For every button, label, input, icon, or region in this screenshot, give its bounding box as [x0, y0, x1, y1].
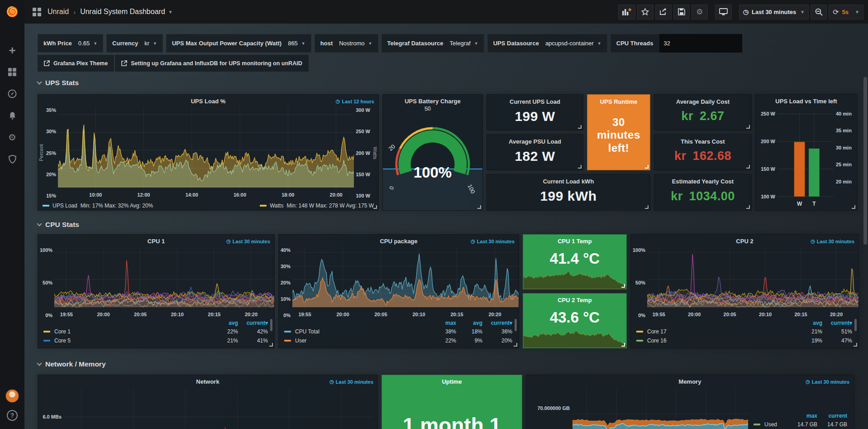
legend-scrollbar[interactable]: [515, 319, 517, 331]
star-button[interactable]: [637, 5, 653, 19]
legend-watts[interactable]: Watts Min: 148 W Max: 278 W Avg: 175 W: [260, 202, 374, 209]
legend-row[interactable]: Core 17 21% 51%: [636, 327, 852, 336]
legend-col-header[interactable]: current▾: [482, 320, 512, 326]
legend-row[interactable]: Used 14.7 GB 14.7 GB: [754, 420, 847, 429]
ups-row: UPS Load % ◷ Last 12 hours Percent 35%30…: [38, 94, 859, 211]
panel-title[interactable]: Estimated Yearly Cost: [672, 174, 734, 185]
cpu-row: CPU 1 ◷Last 30 minutes 100%50%0% 19:5520…: [38, 234, 859, 348]
panel-title[interactable]: Average Daily Cost: [676, 95, 730, 105]
share-button[interactable]: [655, 5, 672, 19]
legend-row[interactable]: Core 5 21% 41%: [43, 336, 268, 345]
stat-number: 1034.00: [689, 189, 735, 203]
page-scrollbar[interactable]: [863, 77, 867, 245]
legend-col-header[interactable]: current▾: [822, 320, 852, 326]
chart-legend: max avg current▾ CPU Total 38% 18% 36%: [279, 318, 519, 347]
x-tick: 19:55: [653, 312, 665, 317]
legend-col-header[interactable]: max: [791, 413, 817, 419]
panel-title[interactable]: Current Load kWh: [543, 174, 594, 185]
legend-headers: max current: [754, 411, 847, 420]
create-plus-icon[interactable]: +: [7, 45, 17, 55]
legend-col-header[interactable]: current▾: [238, 320, 268, 326]
legend-swatch: [284, 331, 291, 333]
legend-name: Watts: [270, 202, 283, 209]
y-axis-title-right: Watts: [372, 106, 378, 199]
time-range-badge[interactable]: ◷Last 30 minutes: [806, 379, 849, 385]
dashboards-icon[interactable]: [7, 67, 17, 77]
var-ups-max-output[interactable]: UPS Max Output Power Capacity (Watt) 865…: [166, 34, 311, 53]
section-network-memory[interactable]: Network / Memory: [38, 357, 859, 372]
legend-row[interactable]: User 22% 9% 20%: [284, 336, 512, 345]
x-tick: 14:00: [186, 192, 198, 198]
link-grafana-plex-theme[interactable]: Grafana Plex Theme: [38, 55, 114, 72]
var-telegraf-datasource[interactable]: Telegraf Datasource Telegraf ▼: [382, 34, 484, 53]
legend-ups-load[interactable]: UPS Load Min: 17% Max: 32% Avg: 20%: [43, 202, 153, 209]
var-ups-datasource[interactable]: UPS Datasource apcupsd-container ▼: [487, 34, 607, 53]
var-host[interactable]: host Nostromo ▼: [315, 34, 378, 53]
save-button[interactable]: [673, 5, 690, 19]
panel-title[interactable]: This Years Cost: [681, 135, 725, 145]
panel-title[interactable]: UPS Load %: [38, 95, 378, 105]
help-icon[interactable]: ?: [7, 410, 18, 421]
panel-title[interactable]: Current UPS Load: [510, 95, 560, 105]
explore-compass-icon[interactable]: [7, 89, 17, 99]
legend-scrollbar[interactable]: [854, 319, 857, 331]
alerting-bell-icon[interactable]: [7, 111, 17, 121]
panel-title[interactable]: Network: [38, 375, 377, 385]
cpu-package-chart[interactable]: [292, 246, 519, 310]
chevron-down-icon: ▼: [153, 41, 157, 46]
panel-title[interactable]: Memory: [526, 375, 854, 385]
uptime-value: 1 month 1: [382, 413, 522, 429]
legend-scrollbar[interactable]: [270, 319, 272, 331]
refresh-button[interactable]: ⟳ 5s ▼: [829, 5, 863, 19]
panel-title[interactable]: Average PSU Load: [509, 135, 561, 145]
dashboard-grid-icon[interactable]: [33, 8, 41, 16]
time-range-badge[interactable]: ◷Last 30 minutes: [811, 238, 854, 244]
time-range-badge[interactable]: ◷Last 30 minutes: [471, 238, 515, 244]
configuration-gear-icon[interactable]: ⚙: [7, 132, 17, 142]
time-range-badge[interactable]: ◷ Last 12 hours: [336, 98, 374, 104]
time-range-badge[interactable]: ◷Last 30 minutes: [226, 238, 270, 244]
legend-col-header[interactable]: avg: [212, 320, 238, 326]
navbar: Unraid › Unraid System Dashboard ▼ ⚙: [24, 0, 868, 24]
panel-title[interactable]: Uptime: [382, 375, 522, 385]
memory-chart[interactable]: [572, 389, 748, 429]
y-axis-labels: 100%50%0%: [631, 246, 647, 319]
time-range-picker[interactable]: ◷ Last 30 minutes ▼: [739, 5, 809, 19]
legend-row[interactable]: Core 1 22% 42%: [43, 327, 268, 336]
zoom-out-button[interactable]: [811, 5, 827, 19]
cpu2-chart[interactable]: [647, 246, 858, 310]
server-admin-shield-icon[interactable]: [7, 154, 17, 164]
add-panel-button[interactable]: [618, 5, 635, 19]
legend-swatch: [284, 340, 291, 342]
legend-col-header[interactable]: max: [430, 320, 456, 326]
section-ups-stats[interactable]: UPS Stats: [38, 75, 859, 91]
dashboard-title[interactable]: Unraid System Dashboard: [80, 8, 165, 16]
panel-title[interactable]: UPS Battery Charge: [383, 95, 482, 105]
section-cpu-stats[interactable]: CPU Stats: [38, 217, 859, 232]
title-caret-icon[interactable]: ▼: [168, 10, 173, 14]
network-chart[interactable]: [64, 389, 374, 429]
legend-col-header[interactable]: current: [817, 413, 847, 419]
panel-title[interactable]: UPS Runtime: [600, 95, 637, 105]
ups-bars-chart[interactable]: [777, 107, 833, 200]
user-avatar[interactable]: [5, 389, 19, 403]
panel-title[interactable]: CPU 2 Temp: [523, 294, 626, 304]
legend-row[interactable]: Core 16 19% 47%: [636, 336, 852, 345]
legend-row[interactable]: CPU Total 38% 18% 36%: [284, 327, 512, 336]
settings-gear-button[interactable]: ⚙: [692, 5, 708, 19]
var-kwh-price[interactable]: kWh Price 0.65 ▼: [38, 34, 103, 53]
cpu1-chart[interactable]: [54, 246, 274, 310]
legend-col-header[interactable]: avg: [456, 320, 482, 326]
time-range-badge[interactable]: ◷Last 30 minutes: [329, 379, 373, 385]
link-ups-monitoring-guide[interactable]: Setting up Grafana and InfluxDB for UPS …: [115, 55, 308, 72]
grafana-logo[interactable]: [0, 0, 24, 24]
ups-load-chart[interactable]: [58, 106, 354, 191]
cpu-threads-input[interactable]: [659, 34, 742, 53]
var-currency[interactable]: Currency kr ▼: [106, 34, 163, 53]
panel-title[interactable]: UPS Load vs Time left: [756, 95, 857, 105]
gauge-tick: 50: [424, 105, 431, 112]
tv-cycle-button[interactable]: [715, 5, 732, 19]
panel-title[interactable]: CPU 1 Temp: [523, 235, 626, 245]
legend-col-header[interactable]: avg: [796, 320, 822, 326]
breadcrumb-app[interactable]: Unraid: [48, 8, 69, 16]
